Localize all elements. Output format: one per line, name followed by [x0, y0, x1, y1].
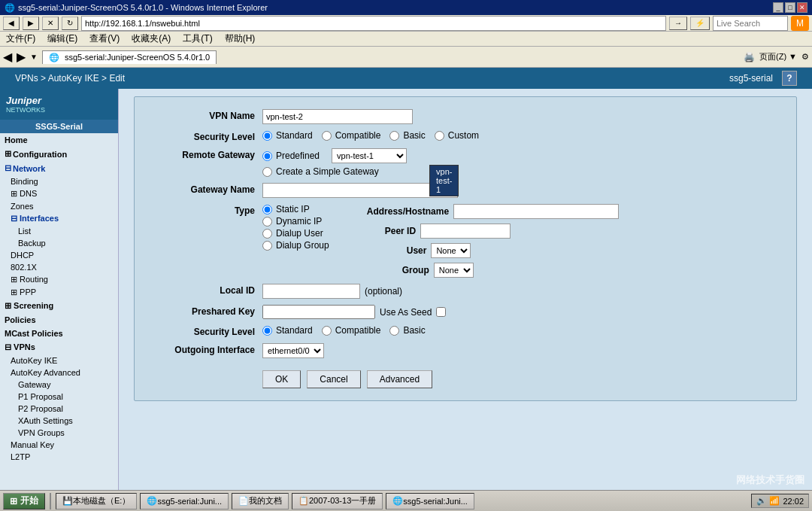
user-select[interactable]: None: [431, 243, 471, 258]
tools-button[interactable]: ⚙: [801, 52, 809, 62]
sidebar-item-interfaces[interactable]: ⊟ Interfaces: [0, 212, 118, 225]
back-button[interactable]: ◀: [3, 17, 20, 30]
sidebar-item-p2-proposal[interactable]: P2 Proposal: [0, 403, 118, 415]
inner-security-standard-label: Standard: [276, 325, 313, 336]
gateway-name-input[interactable]: [262, 183, 458, 198]
sidebar-item-dns[interactable]: ⊞ DNS: [0, 187, 118, 200]
peer-id-input[interactable]: [420, 224, 511, 239]
local-id-input[interactable]: [262, 284, 360, 299]
minimize-button[interactable]: _: [773, 2, 783, 13]
taskbar-label-2: 我的文档: [249, 495, 282, 506]
cancel-button[interactable]: Cancel: [307, 370, 360, 388]
live-search-input[interactable]: [713, 16, 788, 31]
ok-button[interactable]: OK: [262, 370, 301, 388]
taskbar-item-1[interactable]: 🌐 ssg5-serial:Juni...: [140, 493, 229, 509]
sidebar-brand: Juniper NETWORKS: [0, 89, 118, 120]
gateway-name-row: Gateway Name: [150, 183, 781, 198]
sidebar-item-vpns[interactable]: ⊟ VPNs: [0, 340, 118, 354]
sidebar-item-8021x[interactable]: 802.1X: [0, 261, 118, 273]
address-input[interactable]: [81, 16, 666, 31]
inner-security-level-label: Security Level: [150, 325, 262, 337]
sidebar-item-zones[interactable]: Zones: [0, 200, 118, 212]
taskbar-item-0[interactable]: 💾 本地磁盘（E:）: [56, 493, 137, 509]
predefined-select[interactable]: vpn-test-1: [332, 148, 407, 163]
inner-security-basic-radio[interactable]: [389, 326, 399, 336]
security-level-row: Security Level Standard Compatible: [150, 130, 781, 142]
sidebar-item-backup[interactable]: Backup: [0, 237, 118, 249]
forward-button[interactable]: ▶: [23, 17, 39, 30]
menu-tools[interactable]: 工具(T): [180, 32, 215, 45]
close-button[interactable]: ✕: [797, 2, 807, 13]
dropdown-arrow[interactable]: ▼: [30, 53, 38, 61]
taskbar-item-3[interactable]: 📋 2007-03-13一手册: [292, 493, 383, 509]
taskbar-icon-4: 🌐: [392, 496, 403, 506]
stop-button[interactable]: ✕: [42, 17, 59, 30]
advanced-button[interactable]: Advanced: [367, 370, 432, 388]
security-level-basic-radio[interactable]: [389, 131, 399, 141]
vpn-name-input[interactable]: [262, 109, 413, 124]
search-button[interactable]: ⚡: [690, 17, 710, 30]
page-button[interactable]: 页面(Z) ▼: [759, 51, 797, 62]
inner-security-level-row: Security Level Standard Compatible: [150, 325, 781, 337]
sidebar-item-screening[interactable]: ⊞ Screening: [0, 299, 118, 313]
type-dialup-user-radio[interactable]: [262, 229, 272, 239]
sidebar-item-policies[interactable]: Policies: [0, 313, 118, 327]
sidebar-item-mcast-policies[interactable]: MCast Policies: [0, 327, 118, 340]
taskbar-label-1: ssg5-serial:Juni...: [157, 497, 222, 506]
menu-favorites[interactable]: 收藏夹(A): [129, 32, 174, 45]
sidebar-item-routing[interactable]: ⊞ Routing: [0, 273, 118, 286]
sidebar-item-dhcp[interactable]: DHCP: [0, 249, 118, 261]
group-select[interactable]: None: [434, 263, 474, 278]
type-static-radio[interactable]: [262, 205, 272, 214]
menu-file[interactable]: 文件(F): [3, 32, 38, 45]
menu-edit[interactable]: 编辑(E): [44, 32, 80, 45]
sidebar-item-autokey-advanced[interactable]: AutoKey Advanced: [0, 367, 118, 379]
sidebar-item-network[interactable]: ⊟ Network: [0, 161, 118, 175]
browser-tab-favicon: 🌐: [49, 53, 59, 62]
refresh-button[interactable]: ↻: [62, 17, 78, 30]
sidebar-item-gateway[interactable]: Gateway: [0, 379, 118, 391]
address-hostname-input[interactable]: [453, 204, 619, 219]
preshared-key-input[interactable]: [262, 305, 375, 319]
inner-security-compatible-radio[interactable]: [322, 326, 332, 336]
sidebar-item-configuration[interactable]: ⊞ Configuration: [0, 147, 118, 161]
taskbar-item-4[interactable]: 🌐 ssg5-serial:Juni...: [386, 493, 474, 509]
sidebar-item-autokey-ike[interactable]: AutoKey IKE: [0, 354, 118, 367]
security-level-custom-radio[interactable]: [435, 131, 444, 141]
type-dynamic-radio[interactable]: [262, 217, 272, 227]
start-button[interactable]: ⊞ 开始: [3, 493, 45, 509]
print-icon[interactable]: 🖨️: [744, 52, 755, 62]
type-dialup-group-radio[interactable]: [262, 241, 272, 251]
menu-view[interactable]: 查看(V): [86, 32, 123, 45]
sidebar-item-xauth-settings[interactable]: XAuth Settings: [0, 415, 118, 427]
dropdown-item-vpntest1[interactable]: vpn-test-1: [430, 166, 458, 196]
forward-btn-toolbar[interactable]: ▶: [17, 50, 26, 64]
security-level-standard-radio[interactable]: [262, 131, 272, 141]
sidebar-item-p1-proposal[interactable]: P1 Proposal: [0, 391, 118, 403]
menu-help[interactable]: 帮助(H): [222, 32, 259, 45]
go-button[interactable]: →: [669, 17, 687, 30]
browser-tab[interactable]: 🌐 ssg5-serial:Juniper-ScreenOS 5.4.0r1.0: [42, 50, 217, 64]
sidebar-item-list[interactable]: List: [0, 225, 118, 237]
outgoing-interface-row: Outgoing Interface ethernet0/0: [150, 343, 781, 358]
use-as-seed-checkbox[interactable]: [436, 307, 446, 317]
sidebar-item-manual-key[interactable]: Manual Key: [0, 439, 118, 451]
breadcrumb: VPNs > AutoKey IKE > Edit: [15, 73, 125, 84]
back-btn-toolbar[interactable]: ◀: [3, 50, 12, 64]
security-level-compatible-radio[interactable]: [322, 131, 332, 141]
address-bar: ◀ ▶ ✕ ↻ → ⚡ M: [0, 15, 812, 32]
title-bar: 🌐 ssg5-serial:Juniper-ScreenOS 5.4.0r1.0…: [0, 0, 812, 15]
sidebar-item-binding[interactable]: Binding: [0, 175, 118, 187]
sidebar-item-home[interactable]: Home: [0, 133, 118, 147]
sidebar-item-l2tp[interactable]: L2TP: [0, 451, 118, 463]
predefined-radio[interactable]: [262, 151, 272, 161]
outgoing-interface-select[interactable]: ethernet0/0: [262, 343, 324, 358]
sidebar-item-vpn-groups[interactable]: VPN Groups: [0, 427, 118, 439]
taskbar-item-2[interactable]: 📄 我的文档: [232, 493, 289, 509]
sidebar-item-ppp[interactable]: ⊞ PPP: [0, 286, 118, 299]
simple-gateway-radio[interactable]: [262, 167, 272, 177]
taskbar: ⊞ 开始 💾 本地磁盘（E:） 🌐 ssg5-serial:Juni... 📄 …: [0, 490, 812, 511]
maximize-button[interactable]: □: [785, 2, 795, 13]
inner-security-standard-radio[interactable]: [262, 326, 272, 336]
help-button[interactable]: ?: [782, 71, 797, 86]
